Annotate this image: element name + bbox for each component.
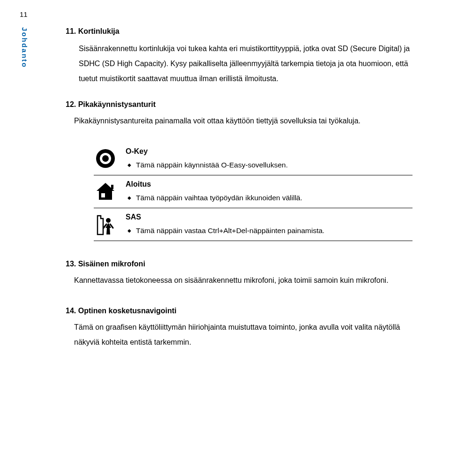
key-row-sas: SAS Tämä näppäin vastaa Ctrl+Alt+Del-näp… [94,208,412,241]
svg-rect-4 [99,191,112,200]
section-12-body: Pikakäynnistysantureita painamalla voit … [74,113,427,128]
quick-launch-table: O-Key Tämä näppäin käynnistää O-Easy-sov… [94,143,412,241]
sas-icon [94,213,117,235]
svg-point-2 [102,155,109,162]
section-12: 12. Pikakäynnistysanturit Pikakäynnistys… [66,100,427,128]
section-11: 11. Kortinlukija Sisäänrakennettu kortin… [66,27,427,86]
page-number: 11 [20,10,28,18]
okey-icon [94,147,117,169]
home-icon [94,180,117,202]
sas-title: SAS [126,213,412,221]
section-13-title: 13. Sisäinen mikrofoni [66,260,427,268]
section-14: 14. Optinen kosketusnavigointi Tämä on g… [66,307,427,350]
section-11-body: Sisäänrakennettu kortinlukija voi tukea … [79,41,427,86]
sas-desc: Tämä näppäin vastaa Ctrl+Alt+Del-näppäin… [126,224,412,237]
okey-title: O-Key [126,147,412,156]
side-tab-label: Johdanto [21,27,29,68]
home-title: Aloitus [126,180,412,189]
svg-rect-5 [101,193,105,197]
section-13-body: Kannettavassa tietokoneessa on sisäänrak… [74,273,427,288]
section-14-body: Tämä on graafisen käyttöliittymän hiirio… [74,320,427,350]
svg-point-7 [106,218,111,223]
section-14-title: 14. Optinen kosketusnavigointi [66,307,427,315]
section-13: 13. Sisäinen mikrofoni Kannettavassa tie… [66,260,427,288]
key-row-home: Aloitus Tämä näppäin vaihtaa työpöydän i… [94,175,412,208]
section-11-title: 11. Kortinlukija [66,27,427,36]
okey-desc: Tämä näppäin käynnistää O-Easy-sovelluks… [126,159,412,172]
key-row-okey: O-Key Tämä näppäin käynnistää O-Easy-sov… [94,143,412,175]
svg-rect-6 [111,185,113,189]
section-12-title: 12. Pikakäynnistysanturit [66,100,427,109]
document-content: 11. Kortinlukija Sisäänrakennettu kortin… [66,27,427,364]
home-desc: Tämä näppäin vaihtaa työpöydän ikkunoide… [126,191,412,204]
